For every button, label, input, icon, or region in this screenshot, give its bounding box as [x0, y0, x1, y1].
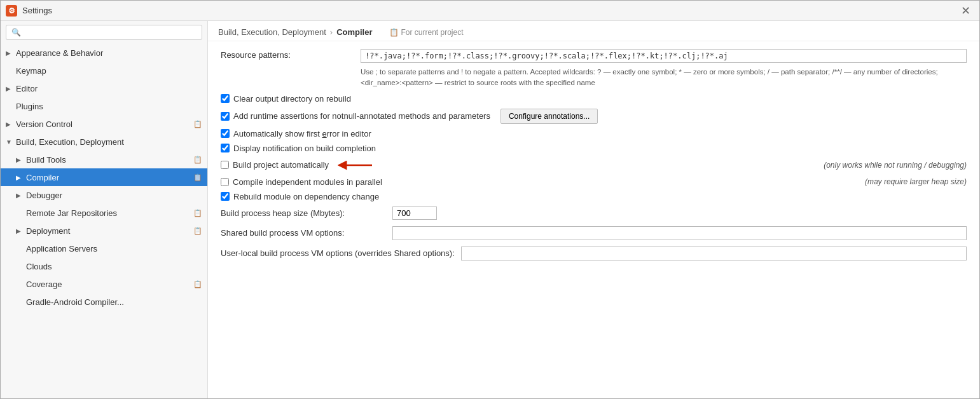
compile-parallel-label: Compile independent modules in parallel: [233, 177, 382, 187]
heap-size-row: Build process heap size (Mbytes):: [221, 206, 967, 220]
arrow-container: [334, 158, 375, 172]
resource-patterns-control: [361, 49, 967, 63]
sidebar-item-editor[interactable]: ▶ Editor: [1, 79, 207, 97]
resource-patterns-row: Resource patterns:: [221, 49, 967, 63]
sidebar-item-label: Application Servers: [26, 244, 202, 254]
expand-icon: ▶: [6, 85, 16, 92]
heap-size-input[interactable]: [392, 206, 437, 220]
window-title: Settings: [22, 6, 52, 15]
sidebar-item-build-exec-deploy[interactable]: ▼ Build, Execution, Deployment: [1, 133, 207, 151]
sidebar-item-label: Keymap: [16, 66, 202, 76]
repo-icon: 📋: [193, 120, 202, 128]
repo-icon: 📋: [193, 156, 202, 164]
auto-show-error-row: Automatically show first error in editor: [221, 129, 967, 139]
add-runtime-checkbox[interactable]: [221, 112, 230, 121]
sidebar-item-label: Build, Execution, Deployment: [16, 137, 202, 147]
sidebar-item-version-control[interactable]: ▶ Version Control 📋: [1, 115, 207, 133]
shared-vm-input[interactable]: [392, 226, 967, 240]
red-arrow-icon: [334, 158, 375, 172]
clear-output-checkbox[interactable]: [221, 94, 230, 103]
breadcrumb-current: Compiler: [336, 27, 372, 37]
repo-icon: 📋: [193, 173, 202, 182]
sidebar-item-label: Coverage: [26, 280, 191, 289]
build-auto-left: Build project automatically: [221, 160, 329, 170]
sidebar-item-label: Remote Jar Repositories: [26, 208, 191, 218]
sidebar-item-label: Gradle-Android Compiler...: [26, 297, 202, 307]
sidebar-item-label: Editor: [16, 84, 202, 93]
sidebar-item-label: Deployment: [26, 226, 191, 236]
breadcrumb-project: 📋 For current project: [389, 28, 464, 37]
hint-text: Use ; to separate patterns and ! to nega…: [361, 67, 967, 89]
display-notification-label: Display notification on build completion: [233, 144, 376, 153]
main-content: Build, Execution, Deployment › Compiler …: [208, 21, 979, 398]
user-local-vm-row: User-local build process VM options (ove…: [221, 247, 967, 260]
build-auto-label: Build project automatically: [233, 160, 329, 170]
parallel-note: (may require larger heap size): [839, 177, 967, 186]
expand-icon: ▼: [6, 139, 16, 145]
breadcrumb-parent: Build, Execution, Deployment: [218, 27, 326, 37]
settings-window: ⚙ Settings ✕ ▶ Appearance & Behavior Key…: [0, 0, 980, 399]
auto-show-error-label: Automatically show first error in editor: [233, 129, 371, 139]
sidebar-item-label: Plugins: [16, 102, 202, 111]
shared-vm-label: Shared build process VM options:: [221, 228, 386, 238]
close-button[interactable]: ✕: [956, 2, 974, 20]
sidebar-item-label: Build Tools: [26, 155, 191, 165]
breadcrumb: Build, Execution, Deployment › Compiler …: [208, 21, 979, 41]
sidebar-item-remote-jar[interactable]: Remote Jar Repositories 📋: [1, 204, 207, 222]
search-input[interactable]: [6, 25, 202, 40]
sidebar-item-clouds[interactable]: Clouds: [1, 257, 207, 275]
repo-icon: 📋: [193, 209, 202, 217]
sidebar-item-plugins[interactable]: Plugins: [1, 97, 207, 115]
app-icon: ⚙: [6, 5, 17, 17]
build-auto-row: Build project automatically: [221, 158, 967, 172]
sidebar-item-deployment[interactable]: ▶ Deployment 📋: [1, 222, 207, 240]
rebuild-module-row: Rebuild module on dependency change: [221, 192, 967, 201]
content-area: ▶ Appearance & Behavior Keymap ▶ Editor …: [1, 21, 979, 398]
compile-parallel-checkbox[interactable]: [221, 178, 229, 186]
sidebar-item-compiler[interactable]: ▶ Compiler 📋: [1, 168, 207, 186]
sidebar-item-label: Version Control: [16, 119, 191, 129]
expand-icon: ▶: [16, 174, 26, 181]
sidebar-item-application-servers[interactable]: Application Servers: [1, 240, 207, 257]
rebuild-module-label: Rebuild module on dependency change: [233, 192, 379, 201]
title-bar: ⚙ Settings ✕: [1, 1, 979, 21]
heap-size-label: Build process heap size (Mbytes):: [221, 208, 386, 218]
configure-annotations-button[interactable]: Configure annotations...: [500, 109, 598, 124]
shared-vm-row: Shared build process VM options:: [221, 226, 967, 240]
project-label: For current project: [401, 28, 464, 37]
settings-body: Resource patterns: Use ; to separate pat…: [208, 41, 979, 398]
rebuild-module-checkbox[interactable]: [221, 192, 230, 201]
sidebar: ▶ Appearance & Behavior Keymap ▶ Editor …: [1, 21, 208, 398]
sidebar-item-debugger[interactable]: ▶ Debugger: [1, 186, 207, 204]
sidebar-item-gradle-android[interactable]: Gradle-Android Compiler...: [1, 293, 207, 311]
expand-icon: ▶: [6, 121, 16, 128]
clear-output-label: Clear output directory on rebuild: [233, 94, 351, 104]
sidebar-item-label: Compiler: [26, 173, 191, 182]
resource-patterns-input[interactable]: [361, 49, 967, 63]
sidebar-item-label: Clouds: [26, 262, 202, 271]
build-auto-checkbox[interactable]: [221, 161, 229, 169]
sidebar-item-label: Debugger: [26, 191, 202, 200]
display-notification-row: Display notification on build completion: [221, 144, 967, 153]
sidebar-item-appearance[interactable]: ▶ Appearance & Behavior: [1, 44, 207, 62]
sidebar-item-coverage[interactable]: Coverage 📋: [1, 275, 207, 293]
title-bar-left: ⚙ Settings: [6, 5, 52, 17]
sidebar-item-label: Appearance & Behavior: [16, 48, 202, 58]
expand-icon: ▶: [6, 50, 16, 57]
resource-patterns-label: Resource patterns:: [221, 49, 361, 60]
display-notification-checkbox[interactable]: [221, 144, 230, 152]
clear-output-row: Clear output directory on rebuild: [221, 94, 967, 104]
user-local-vm-label: User-local build process VM options (ove…: [221, 248, 455, 258]
expand-icon: ▶: [16, 227, 26, 234]
repo-icon: 📋: [193, 227, 202, 235]
add-runtime-row: Add runtime assertions for notnull-annot…: [221, 109, 967, 124]
parallel-left: Compile independent modules in parallel: [221, 177, 382, 187]
repo-icon: 📋: [193, 280, 202, 288]
build-auto-note: (only works while not running / debuggin…: [798, 161, 967, 170]
compile-parallel-row: Compile independent modules in parallel …: [221, 177, 967, 187]
auto-show-error-checkbox[interactable]: [221, 129, 230, 138]
user-local-vm-input[interactable]: [461, 247, 967, 260]
breadcrumb-separator: ›: [330, 27, 333, 37]
sidebar-item-keymap[interactable]: Keymap: [1, 62, 207, 79]
sidebar-item-build-tools[interactable]: ▶ Build Tools 📋: [1, 151, 207, 168]
